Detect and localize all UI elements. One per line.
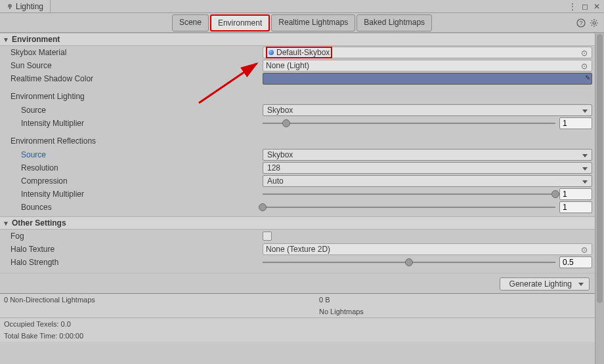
label-reflections-intensity: Intensity Multiplier	[21, 190, 263, 199]
svg-line-9	[592, 20, 592, 21]
row-compression: Compression Auto	[0, 174, 595, 188]
svg-rect-1	[9, 7, 11, 9]
tab-scene[interactable]: Scene	[172, 14, 209, 31]
tab-environment[interactable]: Environment	[210, 14, 270, 31]
label-skybox-material: Skybox Material	[11, 48, 263, 57]
label-bounces: Bounces	[21, 203, 263, 212]
label-fog: Fog	[11, 232, 263, 241]
status-bake-time: Total Bake Time: 0:00:00	[4, 332, 83, 340]
row-lighting-intensity: Intensity Multiplier	[0, 117, 595, 130]
material-preview-icon	[269, 50, 274, 55]
section-environment-header[interactable]: ▼ Environment	[0, 33, 595, 46]
window-menu-icon[interactable]: ⋮	[569, 2, 576, 11]
label-lighting-source: Source	[21, 106, 263, 115]
label-realtime-shadow-color: Realtime Shadow Color	[11, 74, 263, 83]
input-halo-strength[interactable]	[559, 256, 592, 268]
lighting-icon	[7, 3, 13, 10]
lightmap-status-panel: 0 Non-Directional Lightmaps 0 B No Light…	[0, 293, 595, 342]
slider-bounces[interactable]	[263, 201, 555, 213]
generate-lighting-row: Generate Lighting	[0, 273, 595, 293]
section-environment-label: Environment	[12, 35, 60, 44]
object-picker-icon[interactable]	[581, 49, 589, 56]
row-resolution: Resolution 128	[0, 161, 595, 174]
row-skybox-material: Skybox Material Default-Skybox	[0, 46, 595, 59]
dropdown-lighting-source[interactable]: Skybox	[263, 104, 592, 116]
status-lightmap-size: 0 B	[319, 296, 591, 304]
input-reflections-intensity[interactable]	[559, 188, 592, 200]
tab-baked-lightmaps[interactable]: Baked Lightmaps	[356, 14, 432, 31]
svg-line-10	[596, 24, 597, 25]
slider-reflections-intensity[interactable]	[263, 188, 555, 200]
halo-texture-value: None (Texture 2D)	[266, 245, 330, 254]
window-title-text: Lighting	[16, 2, 43, 11]
field-realtime-shadow-color[interactable]: ✎	[263, 73, 592, 85]
label-lighting-intensity: Intensity Multiplier	[21, 119, 263, 128]
window-tab-lighting[interactable]: Lighting	[0, 0, 51, 12]
label-halo-texture: Halo Texture	[11, 245, 263, 254]
section-other-settings-label: Other Settings	[12, 218, 66, 228]
window-titlebar: Lighting ⋮ ◻ ✕	[0, 0, 604, 13]
window-close-icon[interactable]: ✕	[593, 2, 600, 11]
row-reflections-intensity: Intensity Multiplier	[0, 188, 595, 201]
help-icon[interactable]: ?	[576, 18, 586, 28]
dropdown-compression[interactable]: Auto	[263, 175, 592, 187]
tab-realtime-lightmaps[interactable]: Realtime Lightmaps	[271, 14, 355, 31]
row-halo-texture: Halo Texture None (Texture 2D)	[0, 243, 595, 256]
checkbox-fog[interactable]	[263, 232, 272, 241]
object-picker-icon[interactable]	[581, 62, 589, 70]
generate-lighting-button[interactable]: Generate Lighting	[500, 277, 590, 291]
foldout-icon: ▼	[3, 36, 9, 43]
compression-value: Auto	[267, 176, 284, 186]
label-halo-strength: Halo Strength	[11, 258, 263, 267]
status-occupied-texels: Occupied Texels: 0.0	[4, 320, 71, 328]
status-no-lightmaps: No Lightmaps	[319, 308, 591, 315]
window-undock-icon[interactable]: ◻	[582, 2, 588, 11]
svg-line-11	[592, 24, 592, 25]
skybox-material-value: Default-Skybox	[276, 48, 330, 57]
row-realtime-shadow-color: Realtime Shadow Color ✎	[0, 72, 595, 85]
dropdown-reflections-source[interactable]: Skybox	[263, 149, 592, 161]
generate-lighting-label: Generate Lighting	[509, 279, 572, 289]
svg-point-4	[593, 22, 595, 24]
inspector-body: ▼ Environment Skybox Material Default-Sk…	[0, 33, 595, 364]
svg-line-12	[596, 20, 597, 21]
eyedropper-icon[interactable]: ✎	[585, 74, 590, 81]
subheading-environment-lighting: Environment Lighting	[0, 89, 595, 104]
row-fog: Fog	[0, 230, 595, 243]
label-sun-source: Sun Source	[11, 61, 263, 70]
section-other-settings-header[interactable]: ▼ Other Settings	[0, 216, 595, 230]
reflections-source-value: Skybox	[267, 150, 293, 159]
lighting-source-value: Skybox	[267, 106, 293, 115]
foldout-icon: ▼	[3, 220, 9, 227]
tab-toolbar: Scene Environment Realtime Lightmaps Bak…	[0, 13, 604, 33]
row-halo-strength: Halo Strength	[0, 256, 595, 269]
field-sun-source[interactable]: None (Light)	[263, 60, 592, 71]
subheading-environment-reflections: Environment Reflections	[0, 134, 595, 148]
input-bounces[interactable]	[559, 201, 592, 213]
dropdown-resolution[interactable]: 128	[263, 162, 592, 174]
row-lighting-source: Source Skybox	[0, 104, 595, 117]
object-picker-icon[interactable]	[581, 245, 589, 253]
label-resolution: Resolution	[21, 163, 263, 172]
scrollbar-thumb[interactable]	[597, 34, 603, 303]
input-lighting-intensity[interactable]	[559, 117, 592, 129]
field-skybox-material[interactable]: Default-Skybox	[263, 47, 592, 58]
sun-source-value: None (Light)	[266, 61, 309, 70]
slider-halo-strength[interactable]	[263, 256, 555, 268]
resolution-value: 128	[267, 163, 280, 172]
row-sun-source: Sun Source None (Light)	[0, 59, 595, 72]
slider-lighting-intensity[interactable]	[263, 117, 555, 129]
label-compression: Compression	[21, 176, 263, 186]
settings-gear-icon[interactable]	[590, 18, 599, 28]
row-bounces: Bounces	[0, 201, 595, 214]
row-reflections-source: Source Skybox	[0, 148, 595, 161]
status-lightmap-count: 0 Non-Directional Lightmaps	[4, 296, 319, 304]
svg-text:?: ?	[579, 20, 582, 26]
label-reflections-source: Source	[21, 150, 263, 159]
field-halo-texture[interactable]: None (Texture 2D)	[263, 243, 592, 255]
vertical-scrollbar[interactable]	[595, 33, 604, 364]
